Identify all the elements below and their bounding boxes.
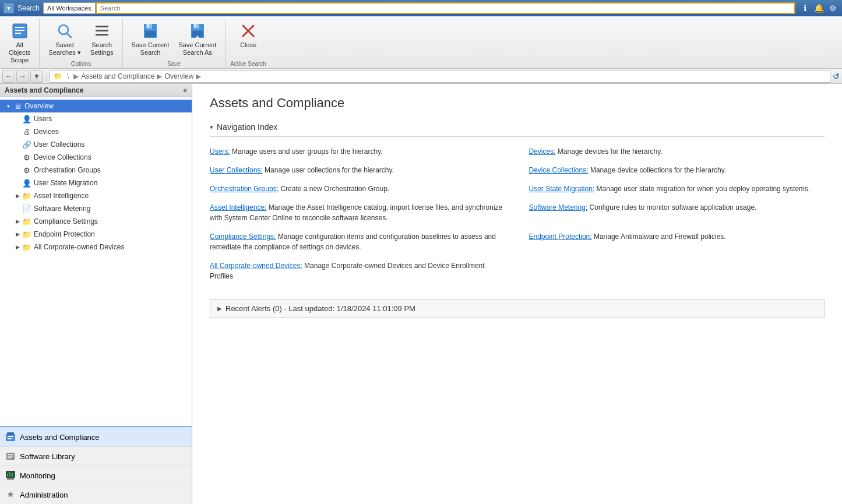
nav-link-user-state[interactable]: User State Migration: xyxy=(529,185,595,193)
nav-link-orchestration[interactable]: Orchestration Groups: xyxy=(210,185,279,193)
expand-icon-asset: ▶ xyxy=(14,192,21,199)
sidebar-item-users[interactable]: ▶ 👤 Users xyxy=(0,112,192,125)
sidebar-item-endpoint-protection[interactable]: ▶ 📁 Endpoint Protection xyxy=(0,228,192,241)
close-active-search-button[interactable]: Close xyxy=(234,19,263,52)
nav-link-asset-intelligence[interactable]: Asset Intelligence: xyxy=(210,203,266,212)
all-objects-scope-label: AllObjectsScope xyxy=(9,41,30,65)
save-current-search-as-button[interactable]: A Save CurrentSearch As xyxy=(174,19,220,59)
alerts-label: Recent Alerts (0) - Last updated: 1/18/2… xyxy=(226,304,415,313)
nav-item-compliance-settings: Compliance Settings: Manage configuratio… xyxy=(210,231,506,252)
nav-item-software-metering: Software Metering: Configure rules to mo… xyxy=(529,202,825,223)
nav-item-users: Users: Manage users and user groups for … xyxy=(210,146,506,157)
nav-item-devices: Devices: Manage devices for the hierarch… xyxy=(529,146,825,157)
nav-link-corporate[interactable]: All Corporate-owned Devices: xyxy=(210,262,302,270)
breadcrumb-assets-compliance[interactable]: Assets and Compliance xyxy=(81,72,154,80)
nav-desc-user-state: Manage user state migration for when you… xyxy=(597,185,811,193)
title-bar-icons: ℹ 🔔 ⚙ xyxy=(799,2,839,14)
device-collections-icon: ⚙ xyxy=(22,153,31,162)
ribbon-group-scope: AllObjectsScope xyxy=(0,19,40,68)
svg-rect-7 xyxy=(96,30,108,31)
nav-index-grid: Users: Manage users and user groups for … xyxy=(210,146,825,281)
refresh-button[interactable]: ↺ xyxy=(833,72,840,81)
nav-link-devices[interactable]: Devices: xyxy=(529,147,556,156)
nav-link-software-metering[interactable]: Software Metering: xyxy=(529,203,588,212)
expand-icon-overview: ▾ xyxy=(5,103,12,110)
back-button[interactable]: ← xyxy=(2,70,15,83)
sidebar-item-overview[interactable]: ▾ 🖥 Overview xyxy=(0,100,192,112)
search-input[interactable] xyxy=(96,2,795,14)
administration-nav-icon xyxy=(5,489,16,501)
expand-icon-corporate: ▶ xyxy=(14,244,21,251)
expand-icon-endpoint: ▶ xyxy=(14,231,21,238)
sidebar-item-label-orchestration: Orchestration Groups xyxy=(34,166,101,174)
alerts-section: ▶ Recent Alerts (0) - Last updated: 1/18… xyxy=(210,299,825,318)
saved-searches-label: SavedSearches ▾ xyxy=(48,41,81,57)
sidebar-header: Assets and Compliance « xyxy=(0,84,192,97)
search-settings-button[interactable]: SearchSettings xyxy=(86,19,118,59)
sidebar-item-software-metering[interactable]: ▶ 📄 Software Metering xyxy=(0,202,192,215)
settings-icon[interactable]: ⚙ xyxy=(827,2,839,14)
sidebar-item-user-state-migration[interactable]: ▶ 👤 User State Migration xyxy=(0,177,192,189)
svg-rect-26 xyxy=(8,456,13,457)
sidebar-item-label-device-collections: Device Collections xyxy=(34,153,91,161)
sidebar-item-compliance-settings[interactable]: ▶ 📁 Compliance Settings xyxy=(0,215,192,228)
main-layout: Assets and Compliance « ▾ 🖥 Overview ▶ 👤… xyxy=(0,84,842,504)
svg-rect-12 xyxy=(147,24,149,27)
sidebar-item-label-software-metering: Software Metering xyxy=(34,205,90,213)
sidebar-item-device-collections[interactable]: ▶ ⚙ Device Collections xyxy=(0,151,192,164)
save-current-search-button[interactable]: Save CurrentSearch xyxy=(128,19,174,59)
ribbon: AllObjectsScope SavedSearches ▾ xyxy=(0,16,842,69)
nav-label-assets-compliance: Assets and Compliance xyxy=(20,433,100,442)
sidebar-item-label-users: Users xyxy=(34,115,52,123)
svg-rect-8 xyxy=(96,34,108,36)
notification-icon[interactable]: 🔔 xyxy=(813,2,825,14)
workspace-selector[interactable]: All Workspaces xyxy=(43,2,96,14)
all-objects-scope-button[interactable]: AllObjectsScope xyxy=(5,19,34,68)
nav-item-assets-compliance[interactable]: Assets and Compliance xyxy=(0,427,192,446)
alerts-toggle[interactable]: ▶ xyxy=(217,305,222,312)
software-metering-icon: 📄 xyxy=(22,204,31,213)
svg-line-5 xyxy=(67,33,71,37)
help-icon[interactable]: ℹ xyxy=(799,2,811,14)
sidebar: Assets and Compliance « ▾ 🖥 Overview ▶ 👤… xyxy=(0,84,192,504)
sidebar-item-orchestration-groups[interactable]: ▶ ⚙ Orchestration Groups xyxy=(0,164,192,177)
nav-link-users[interactable]: Users: xyxy=(210,147,230,156)
save-current-search-icon xyxy=(141,22,160,40)
saved-searches-button[interactable]: SavedSearches ▾ xyxy=(44,19,85,59)
svg-text:A: A xyxy=(196,34,199,40)
nav-item-monitoring[interactable]: Monitoring xyxy=(0,466,192,485)
nav-item-software-library[interactable]: Software Library xyxy=(0,446,192,466)
nav-link-user-collections[interactable]: User Collections: xyxy=(210,166,263,174)
orchestration-icon: ⚙ xyxy=(22,165,31,175)
close-active-search-label: Close xyxy=(240,41,256,49)
user-state-icon: 👤 xyxy=(22,178,31,188)
nav-item-user-state-migration: User State Migration: Manage user state … xyxy=(529,184,825,194)
active-search-group-label: Active Search xyxy=(230,61,266,68)
nav-index-title: Navigation Index xyxy=(217,122,277,132)
nav-link-compliance[interactable]: Compliance Settings: xyxy=(210,232,276,241)
svg-rect-27 xyxy=(8,457,12,459)
nav-item-corporate-devices: All Corporate-owned Devices: Manage Corp… xyxy=(210,260,506,281)
nav-desc-devices: Manage devices for the hierarchy. xyxy=(558,147,663,156)
endpoint-icon: 📁 xyxy=(22,230,31,239)
nav-menu-button[interactable]: ▼ xyxy=(30,70,43,83)
search-label: Search xyxy=(17,4,40,12)
svg-rect-31 xyxy=(12,473,13,477)
sidebar-item-corporate-devices[interactable]: ▶ 📁 All Corporate-owned Devices xyxy=(0,241,192,253)
svg-rect-6 xyxy=(96,26,108,27)
software-library-nav-icon xyxy=(5,450,16,462)
bottom-nav: Assets and Compliance Software Library xyxy=(0,426,192,504)
sidebar-item-user-collections[interactable]: ▶ 🔗 User Collections xyxy=(0,138,192,151)
nav-index-toggle[interactable]: ▾ xyxy=(210,124,213,131)
breadcrumb-overview[interactable]: Overview xyxy=(164,72,193,80)
nav-link-endpoint[interactable]: Endpoint Protection: xyxy=(529,232,592,241)
breadcrumb: 📁 \ ▶ Assets and Compliance ▶ Overview ▶ xyxy=(50,70,830,83)
sidebar-collapse-button[interactable]: « xyxy=(183,86,187,94)
nav-item-administration[interactable]: Administration xyxy=(0,485,192,504)
nav-link-device-collections[interactable]: Device Collections: xyxy=(529,166,589,174)
sidebar-item-devices[interactable]: ▶ 🖨 Devices xyxy=(0,125,192,138)
sidebar-item-asset-intelligence[interactable]: ▶ 📁 Asset Intelligence xyxy=(0,189,192,202)
forward-button[interactable]: → xyxy=(16,70,29,83)
user-collections-icon: 🔗 xyxy=(22,140,31,149)
assets-compliance-nav-icon xyxy=(5,431,16,443)
